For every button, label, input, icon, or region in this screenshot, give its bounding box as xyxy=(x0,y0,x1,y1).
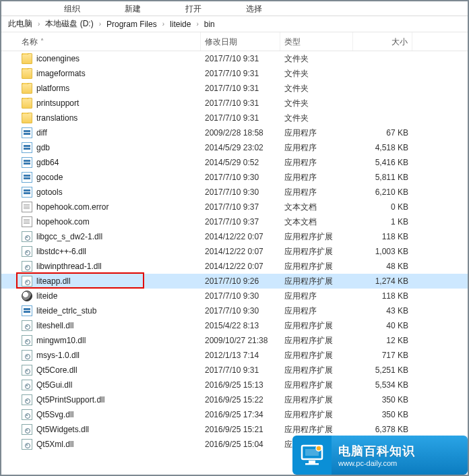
file-size: 6,210 KB xyxy=(353,187,412,197)
file-row[interactable]: libstdc++-6.dll2014/12/22 0:07应用程序扩展1,00… xyxy=(1,244,468,259)
app-icon xyxy=(22,291,32,301)
file-row[interactable]: iconengines2017/7/10 9:31文件夹 xyxy=(1,51,468,66)
file-date: 2017/7/10 9:30 xyxy=(201,306,280,316)
file-date: 2017/7/10 9:30 xyxy=(201,173,280,182)
file-row[interactable]: hopehook.com.error2017/7/10 9:37文本文档0 KB xyxy=(1,200,468,214)
menu-open[interactable]: 打开 xyxy=(163,1,224,16)
column-header-name[interactable]: 名称 ˄ xyxy=(1,32,201,51)
dll-icon xyxy=(22,424,32,435)
file-size: 1,003 KB xyxy=(353,247,412,256)
file-row[interactable]: libwinpthread-1.dll2014/12/22 0:07应用程序扩展… xyxy=(1,259,468,274)
file-size: 48 KB xyxy=(353,262,412,271)
column-header-size[interactable]: 大小 xyxy=(353,32,412,51)
svg-rect-2 xyxy=(309,460,315,463)
file-date: 2014/12/22 0:07 xyxy=(201,247,280,256)
chevron-right-icon[interactable]: › xyxy=(195,20,199,28)
file-size: 717 KB xyxy=(353,351,412,360)
file-row[interactable]: libgcc_s_dw2-1.dll2014/12/22 0:07应用程序扩展1… xyxy=(1,229,468,244)
chevron-right-icon[interactable]: › xyxy=(36,20,41,28)
file-type: 应用程序扩展 xyxy=(280,365,353,376)
exe-icon xyxy=(22,142,32,153)
dll-icon xyxy=(22,350,32,361)
file-name: gdb64 xyxy=(36,158,59,167)
column-header-type[interactable]: 类型 xyxy=(280,32,353,51)
file-name: platforms xyxy=(36,84,69,93)
folder-icon xyxy=(22,98,32,109)
menu-new[interactable]: 新建 xyxy=(102,1,163,16)
file-row[interactable]: hopehook.com2017/7/10 9:37文本文档1 KB xyxy=(1,214,468,229)
folder-icon xyxy=(22,83,32,94)
file-date: 2017/7/10 9:31 xyxy=(201,84,280,93)
file-type: 应用程序扩展 xyxy=(280,394,353,406)
file-row[interactable]: liteide2017/7/10 9:30应用程序118 KB xyxy=(1,289,468,303)
menu-select[interactable]: 选择 xyxy=(224,1,284,16)
crumb-liteide[interactable]: liteide xyxy=(166,20,195,29)
crumb-program-files[interactable]: Program Files xyxy=(102,20,161,29)
file-date: 2017/7/10 9:26 xyxy=(201,276,280,286)
file-type: 应用程序扩展 xyxy=(280,246,353,258)
file-row[interactable]: liteide_ctrlc_stub2017/7/10 9:30应用程序43 K… xyxy=(1,303,468,318)
file-name: Qt5Core.dll xyxy=(36,365,77,375)
chevron-right-icon[interactable]: › xyxy=(98,20,102,28)
chevron-right-icon[interactable]: › xyxy=(161,20,166,28)
exe-icon xyxy=(22,305,32,316)
file-name: mingwm10.dll xyxy=(36,336,86,345)
file-row[interactable]: gocode2017/7/10 9:30应用程序5,811 KB xyxy=(1,170,468,185)
file-date: 2012/1/13 7:14 xyxy=(201,351,280,360)
file-name: gdb xyxy=(36,143,50,152)
file-date: 2015/4/22 8:13 xyxy=(201,321,280,330)
dll-icon xyxy=(22,394,32,405)
dll-icon xyxy=(22,276,32,287)
file-name: msys-1.0.dll xyxy=(36,351,80,360)
file-row[interactable]: diff2009/2/28 18:58应用程序67 KB xyxy=(1,125,468,140)
file-type: 应用程序 xyxy=(280,291,353,302)
file-row[interactable]: printsupport2017/7/10 9:31文件夹 xyxy=(1,96,468,111)
file-row[interactable]: imageformats2017/7/10 9:31文件夹 xyxy=(1,66,468,81)
file-date: 2017/7/10 9:37 xyxy=(201,202,280,212)
breadcrumb[interactable]: 此电脑 › 本地磁盘 (D:) › Program Files › liteid… xyxy=(1,16,468,32)
file-type: 文件夹 xyxy=(280,68,353,80)
file-row[interactable]: platforms2017/7/10 9:31文件夹 xyxy=(1,81,468,96)
file-row[interactable]: Qt5Gui.dll2016/9/25 15:13应用程序扩展5,534 KB xyxy=(1,378,468,392)
file-date: 2016/9/25 17:34 xyxy=(201,410,280,419)
crumb-bin[interactable]: bin xyxy=(200,20,219,29)
file-name: libstdc++-6.dll xyxy=(36,247,86,256)
folder-icon xyxy=(22,113,32,123)
file-date: 2016/9/25 15:13 xyxy=(201,380,280,390)
file-type: 文件夹 xyxy=(280,83,353,94)
file-date: 2009/2/28 18:58 xyxy=(201,128,280,138)
file-row[interactable]: gdb2014/5/29 23:02应用程序4,518 KB xyxy=(1,140,468,155)
file-name: translations xyxy=(36,113,77,123)
menu-organize[interactable]: 组织 xyxy=(42,1,102,16)
file-name: gocode xyxy=(36,173,63,182)
file-name: hopehook.com.error xyxy=(36,202,108,212)
file-name: liteshell.dll xyxy=(36,321,73,330)
file-size: 5,811 KB xyxy=(353,173,412,182)
file-date: 2017/7/10 9:31 xyxy=(201,54,280,63)
crumb-this-pc[interactable]: 此电脑 xyxy=(4,18,36,30)
file-row[interactable]: mingwm10.dll2009/10/27 21:38应用程序扩展12 KB xyxy=(1,333,468,348)
file-type: 文件夹 xyxy=(280,53,353,65)
file-row[interactable]: gotools2017/7/10 9:30应用程序6,210 KB xyxy=(1,185,468,200)
file-row[interactable]: Qt5Widgets.dll2016/9/25 15:21应用程序扩展6,378… xyxy=(1,422,468,437)
file-type: 文件夹 xyxy=(280,113,353,124)
file-row[interactable]: gdb642014/5/29 0:52应用程序5,416 KB xyxy=(1,155,468,170)
column-header-date[interactable]: 修改日期 xyxy=(201,32,280,51)
file-row[interactable]: Qt5Svg.dll2016/9/25 17:34应用程序扩展350 KB xyxy=(1,407,468,422)
file-date: 2014/5/29 23:02 xyxy=(201,143,280,152)
exe-icon xyxy=(22,127,32,138)
file-row[interactable]: Qt5Core.dll2017/7/10 9:31应用程序扩展5,251 KB xyxy=(1,363,468,378)
file-name: liteapp.dll xyxy=(36,276,71,286)
exe-icon xyxy=(22,187,32,198)
menubar: 组织 新建 打开 选择 xyxy=(1,1,468,16)
file-row[interactable]: Qt5PrintSupport.dll2016/9/25 15:22应用程序扩展… xyxy=(1,392,468,407)
file-size: 1 KB xyxy=(353,217,412,227)
crumb-drive[interactable]: 本地磁盘 (D:) xyxy=(41,18,97,30)
file-row[interactable]: msys-1.0.dll2012/1/13 7:14应用程序扩展717 KB xyxy=(1,348,468,363)
file-size: 0 KB xyxy=(353,202,412,212)
file-row[interactable]: liteshell.dll2015/4/22 8:13应用程序扩展40 KB xyxy=(1,318,468,333)
file-size: 5,534 KB xyxy=(353,380,412,390)
file-row[interactable]: translations2017/7/10 9:31文件夹 xyxy=(1,111,468,125)
file-type: 应用程序扩展 xyxy=(280,261,353,272)
file-row[interactable]: liteapp.dll2017/7/10 9:26应用程序扩展1,274 KB xyxy=(1,274,468,289)
